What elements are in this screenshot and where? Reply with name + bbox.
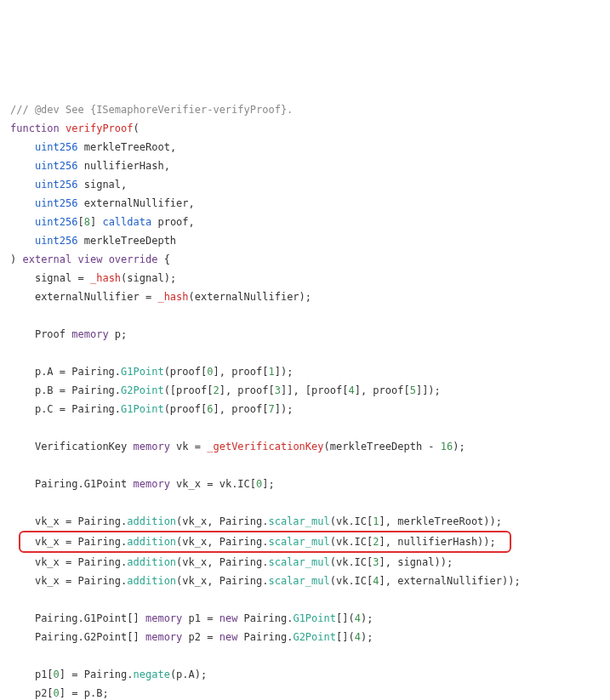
t: , <box>164 160 170 172</box>
n: 1 <box>268 366 274 378</box>
t: Pairing.G2Point[] <box>35 631 140 643</box>
t: ( <box>134 122 140 134</box>
m: addition <box>127 515 176 527</box>
t: ); <box>453 441 465 452</box>
type: uint256 <box>35 179 78 191</box>
param: merkleTreeDepth <box>84 235 176 247</box>
n: 4 <box>355 631 361 643</box>
param: externalNullifier <box>84 197 189 209</box>
fn: _hash <box>90 272 121 284</box>
t: ]); <box>275 366 294 378</box>
n: 1 <box>373 515 379 527</box>
t: ); <box>361 631 373 643</box>
kw: memory <box>71 328 108 340</box>
param: signal <box>84 179 121 191</box>
type: uint256 <box>35 160 78 172</box>
fn: _getVerificationKey <box>207 441 323 452</box>
t: p.B = Pairing. <box>35 384 121 396</box>
t: (merkleTreeDepth - <box>324 441 441 452</box>
t: (vk_x, Pairing. <box>176 515 268 527</box>
n: 0 <box>54 687 60 699</box>
t: (proof[ <box>164 403 208 415</box>
t: ], merkleTreeRoot)); <box>379 515 503 527</box>
fn-name: verifyProof <box>66 122 133 134</box>
t: vk_x = Pairing. <box>35 556 127 568</box>
code-block: /// @dev See {ISemaphoreVerifier-verifyP… <box>10 82 600 700</box>
type: uint256 <box>35 235 78 247</box>
t: vk <box>176 441 188 452</box>
t: p.A = Pairing. <box>35 366 121 378</box>
t: (vk_x, Pairing. <box>176 556 268 568</box>
t: signal <box>35 272 71 284</box>
t: (p.A); <box>170 669 207 680</box>
t: p2[ <box>35 687 54 699</box>
t: = <box>71 272 90 284</box>
n: 2 <box>213 384 219 396</box>
t: (vk_x, Pairing. <box>176 536 268 548</box>
t: p.B; <box>84 687 109 699</box>
t: []( <box>336 612 355 624</box>
t: ] = <box>60 669 84 680</box>
m: G1Point <box>121 403 164 415</box>
kw: view <box>78 253 103 265</box>
t: p1[ <box>35 669 54 680</box>
m: G1Point <box>121 366 164 378</box>
t: (vk.IC[ <box>330 536 373 548</box>
n: 4 <box>348 384 354 396</box>
kw: memory <box>134 478 170 490</box>
n: 3 <box>373 556 379 568</box>
t: ], externalNullifier)); <box>379 575 521 587</box>
n: 16 <box>441 441 453 452</box>
t: ] = <box>60 687 84 699</box>
t: VerificationKey <box>35 441 127 452</box>
comment: /// @dev See {ISemaphoreVerifier-verifyP… <box>10 104 293 116</box>
t: ([proof[ <box>164 384 214 396</box>
m: scalar_mul <box>268 575 329 587</box>
n: 4 <box>355 612 361 624</box>
t: Pairing.G1Point[] <box>35 612 140 624</box>
n: 5 <box>410 384 416 396</box>
t: ], nullifierHash)); <box>379 536 496 548</box>
t: , <box>121 179 127 191</box>
type: uint256 <box>35 141 78 153</box>
t: (signal); <box>121 272 176 284</box>
t: ]]); <box>416 384 441 396</box>
t: ]); <box>275 403 294 415</box>
t: , <box>170 141 176 153</box>
m: addition <box>127 556 176 568</box>
m: G1Point <box>293 612 336 624</box>
kw: override <box>109 253 158 265</box>
kw: memory <box>145 612 182 624</box>
t: (vk_x, Pairing. <box>176 575 268 587</box>
t: Pairing.G1Point <box>35 478 127 490</box>
m: scalar_mul <box>268 556 329 568</box>
m: scalar_mul <box>268 515 329 527</box>
t: ) <box>10 253 16 265</box>
t: ], proof[ <box>219 384 275 396</box>
m: G2Point <box>121 384 164 396</box>
param: merkleTreeRoot <box>84 141 170 153</box>
t: (vk.IC[ <box>330 575 373 587</box>
m: negate <box>134 669 170 680</box>
t: p2 = <box>189 631 219 643</box>
type: uint256 <box>35 216 78 228</box>
t: p1 = <box>189 612 219 624</box>
t: []( <box>336 631 355 643</box>
param: nullifierHash <box>84 160 164 172</box>
t: vk_x = Pairing. <box>35 515 127 527</box>
n: 4 <box>373 575 379 587</box>
n: 7 <box>268 403 274 415</box>
fn: _hash <box>157 291 188 303</box>
t: externalNullifier <box>35 291 140 303</box>
t: ]; <box>262 478 274 490</box>
t: ], proof[ <box>213 366 268 378</box>
t: , <box>189 216 195 228</box>
t: = <box>140 291 158 303</box>
kw: new <box>219 612 238 624</box>
m: addition <box>127 536 176 548</box>
t: ]], [proof[ <box>281 384 348 396</box>
param: proof <box>157 216 188 228</box>
n: 3 <box>275 384 281 396</box>
t: = <box>189 441 208 452</box>
t: ], signal)); <box>379 556 453 568</box>
